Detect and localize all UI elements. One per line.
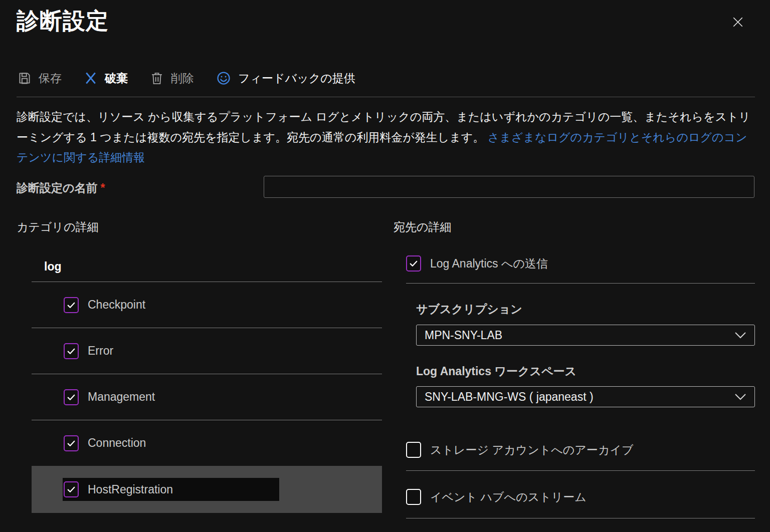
management-checkbox[interactable]: [64, 389, 79, 405]
trash-icon: [150, 71, 164, 85]
save-label: 保存: [39, 71, 62, 86]
category-row-checkpoint: Checkpoint: [32, 282, 382, 328]
workspace-label: Log Analytics ワークスペース: [416, 364, 576, 379]
check-icon: [66, 484, 76, 494]
management-label: Management: [88, 390, 155, 404]
storage-row: ストレージ アカウントへのアーカイブ: [406, 442, 633, 458]
divider: [406, 518, 755, 518]
diagnostic-name-label: 診断設定の名前*: [17, 180, 105, 196]
log-analytics-row: Log Analytics への送信: [406, 255, 548, 272]
checkpoint-checkbox[interactable]: [64, 297, 79, 313]
subscription-value: MPN-SNY-LAB: [425, 329, 502, 342]
delete-button[interactable]: 削除: [150, 71, 194, 86]
check-icon: [66, 438, 76, 448]
feedback-button[interactable]: フィードバックの提供: [216, 71, 355, 86]
discard-button[interactable]: 破棄: [84, 71, 128, 86]
delete-label: 削除: [171, 71, 194, 86]
close-button[interactable]: [727, 11, 749, 33]
error-label: Error: [88, 344, 113, 358]
category-row-management: Management: [32, 374, 382, 420]
smiley-icon: [216, 71, 231, 86]
log-analytics-checkbox[interactable]: [406, 255, 421, 272]
hostregistration-label: HostRegistration: [88, 483, 173, 496]
event-hub-checkbox[interactable]: [406, 489, 421, 505]
toolbar: 保存 破棄 削除: [18, 67, 355, 89]
diagnostic-settings-panel: 診断設定 保存 破棄: [0, 0, 770, 532]
required-asterisk: *: [101, 181, 105, 194]
connection-checkbox[interactable]: [64, 435, 79, 451]
workspace-value: SNY-LAB-MNG-WS ( japaneast ): [425, 390, 594, 404]
check-icon: [66, 346, 76, 356]
event-hub-row: イベント ハブへのストリーム: [406, 489, 587, 505]
categories-section-title: カテゴリの詳細: [17, 219, 99, 235]
check-icon: [66, 300, 76, 310]
error-checkbox[interactable]: [64, 343, 79, 359]
storage-checkbox[interactable]: [406, 442, 421, 458]
check-icon: [409, 258, 419, 269]
checkpoint-label: Checkpoint: [88, 298, 145, 312]
page-title: 診断設定: [17, 6, 109, 36]
category-row-error: Error: [32, 328, 382, 374]
save-button[interactable]: 保存: [18, 71, 62, 86]
log-group-label: log: [44, 260, 62, 274]
divider: [406, 283, 755, 284]
discard-label: 破棄: [105, 71, 128, 86]
connection-label: Connection: [88, 436, 146, 450]
category-row-connection: Connection: [32, 420, 382, 466]
chevron-down-icon: [734, 332, 746, 339]
log-analytics-label: Log Analytics への送信: [430, 256, 548, 272]
feedback-label: フィードバックの提供: [238, 71, 355, 86]
floppy-icon: [18, 71, 32, 85]
divider: [406, 470, 755, 471]
category-row-hostregistration: HostRegistration: [32, 466, 382, 513]
x-icon: [84, 71, 98, 85]
diagnostic-name-input[interactable]: [264, 176, 754, 198]
workspace-dropdown[interactable]: SNY-LAB-MNG-WS ( japaneast ): [416, 386, 755, 407]
chevron-down-icon: [734, 393, 746, 401]
event-hub-label: イベント ハブへのストリーム: [430, 489, 587, 505]
subscription-label: サブスクリプション: [416, 302, 522, 317]
subscription-dropdown[interactable]: MPN-SNY-LAB: [416, 325, 755, 346]
close-icon: [730, 15, 745, 30]
toolbar-divider: [17, 97, 755, 97]
check-icon: [66, 392, 76, 402]
destinations-section-title: 宛先の詳細: [394, 219, 452, 235]
hostregistration-checkbox[interactable]: [64, 481, 79, 497]
description-text: 診断設定では、リソース から収集するプラットフォーム ログとメトリックの両方、ま…: [17, 107, 751, 168]
storage-label: ストレージ アカウントへのアーカイブ: [430, 442, 633, 458]
category-list: Checkpoint Error Management Connection: [32, 282, 382, 513]
